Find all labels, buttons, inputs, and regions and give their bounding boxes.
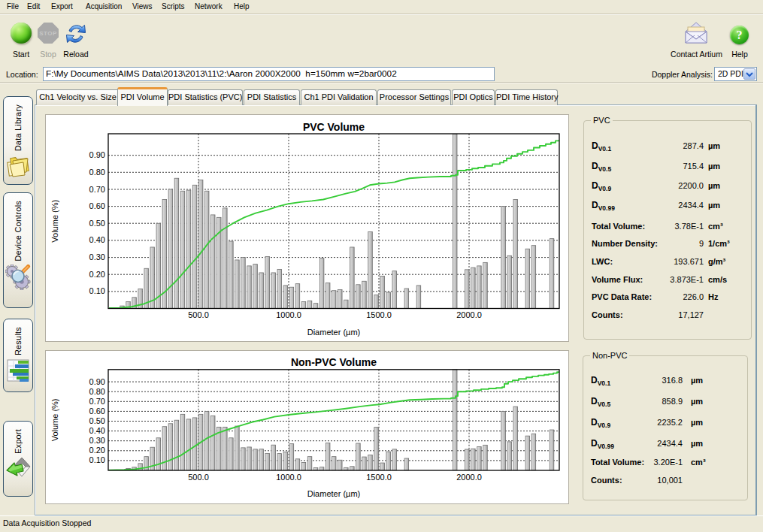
- svg-text:0.70: 0.70: [89, 185, 105, 194]
- svg-text:0.30: 0.30: [89, 436, 105, 445]
- svg-text:0.60: 0.60: [89, 407, 105, 416]
- svg-text:0.80: 0.80: [89, 387, 105, 396]
- svg-text:500.0: 500.0: [188, 473, 209, 482]
- svg-text:1000.0: 1000.0: [276, 310, 301, 319]
- svg-text:2000.0: 2000.0: [456, 310, 482, 319]
- svg-text:0.10: 0.10: [89, 286, 105, 295]
- svg-text:500.0: 500.0: [188, 310, 209, 319]
- svg-text:0.60: 0.60: [89, 201, 105, 210]
- svg-text:0.80: 0.80: [89, 168, 105, 177]
- svg-text:0.10: 0.10: [89, 455, 105, 464]
- svg-text:0.40: 0.40: [89, 426, 105, 435]
- svg-text:Diameter (µm): Diameter (µm): [307, 489, 361, 498]
- svg-text:Volume (%): Volume (%): [50, 398, 59, 441]
- svg-text:Volume (%): Volume (%): [50, 200, 59, 243]
- svg-text:0.20: 0.20: [89, 270, 105, 279]
- svg-text:0.90: 0.90: [89, 377, 105, 386]
- svg-text:0.50: 0.50: [89, 219, 105, 228]
- svg-text:0.40: 0.40: [89, 235, 105, 244]
- svg-text:Diameter (µm): Diameter (µm): [307, 328, 361, 337]
- svg-text:0.90: 0.90: [89, 150, 105, 159]
- svg-text:0.20: 0.20: [89, 446, 105, 455]
- svg-text:Non-PVC Volume: Non-PVC Volume: [291, 356, 377, 368]
- svg-text:1500.0: 1500.0: [366, 310, 392, 319]
- svg-text:2000.0: 2000.0: [456, 473, 482, 482]
- svg-text:0.70: 0.70: [89, 397, 105, 406]
- svg-text:0.30: 0.30: [89, 252, 105, 261]
- svg-text:0.50: 0.50: [89, 416, 105, 425]
- svg-text:PVC Volume: PVC Volume: [303, 121, 365, 133]
- svg-text:1500.0: 1500.0: [366, 473, 392, 482]
- svg-text:1000.0: 1000.0: [276, 473, 301, 482]
